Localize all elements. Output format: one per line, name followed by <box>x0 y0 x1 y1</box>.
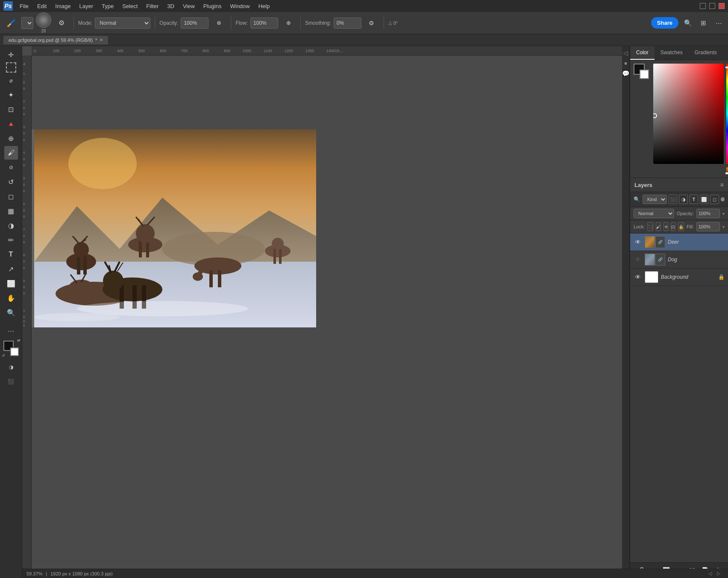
opacity-dropdown-arrow[interactable]: ▾ <box>722 211 725 216</box>
menu-type[interactable]: Type <box>98 2 117 10</box>
crop-tool[interactable]: ⊡ <box>4 102 18 116</box>
layer-opacity-input[interactable] <box>696 209 720 218</box>
brush-preview[interactable]: 26 <box>36 12 51 33</box>
brush-settings-button[interactable]: ⚙ <box>54 15 69 31</box>
blend-mode-select[interactable]: Normal <box>95 18 150 29</box>
flow-input[interactable] <box>250 18 278 29</box>
history-brush-tool[interactable]: ↺ <box>4 175 18 189</box>
search-button[interactable]: 🔍 <box>682 17 694 29</box>
filter-pixel-button[interactable]: ⬛ <box>669 195 677 204</box>
layers-panel-menu-icon[interactable]: ≡ <box>720 181 724 188</box>
chat-icon[interactable]: 💬 <box>622 70 629 77</box>
menu-image[interactable]: Image <box>52 2 74 10</box>
layer-visibility-background[interactable]: 👁 <box>634 273 642 281</box>
color-swatch-pair[interactable]: ⇄ ↺ <box>3 341 19 356</box>
opacity-input[interactable] <box>181 18 208 29</box>
eyedropper-tool[interactable]: 🔺 <box>4 117 18 131</box>
menu-view[interactable]: View <box>179 2 198 10</box>
lock-image-button[interactable]: 🖌 <box>656 222 661 231</box>
background-color[interactable] <box>10 347 19 356</box>
lock-all-button[interactable]: 🔒 <box>678 222 684 231</box>
svg-rect-69 <box>209 270 213 287</box>
status-next-button[interactable]: ▷ <box>717 570 724 577</box>
lasso-tool[interactable]: ⌀ <box>4 73 18 87</box>
color-picker-gradient[interactable] <box>653 64 724 164</box>
divider-1 <box>73 17 74 29</box>
path-select-tool[interactable]: ↗ <box>4 262 18 276</box>
spot-heal-tool[interactable]: ⊕ <box>4 131 18 145</box>
pressure-opacity-button[interactable]: ⊕ <box>211 15 226 31</box>
layer-fill-input[interactable] <box>696 222 720 231</box>
brush-tool[interactable]: 🖌 <box>4 146 18 160</box>
layer-blend-select[interactable]: Normal <box>634 209 674 218</box>
menu-edit[interactable]: Edit <box>34 2 50 10</box>
screen-mode-toggle[interactable]: ⬛ <box>4 375 18 388</box>
close-button[interactable] <box>719 3 725 9</box>
pen-tool[interactable]: ✏ <box>4 233 18 247</box>
default-colors-icon[interactable]: ↺ <box>2 353 5 358</box>
tab-patterns[interactable]: Patterns <box>723 46 728 60</box>
tab-swatches[interactable]: Swatches <box>655 46 689 60</box>
arrange-button[interactable]: ⊞ <box>697 17 709 29</box>
layer-visibility-deer[interactable]: 👁 <box>634 238 642 246</box>
smoothing-input[interactable] <box>334 18 361 29</box>
tab-gradients[interactable]: Gradients <box>689 46 723 60</box>
filter-shape-button[interactable]: ⬜ <box>700 195 708 204</box>
menu-plugins[interactable]: Plugins <box>200 2 225 10</box>
menu-3d[interactable]: 3D <box>164 2 178 10</box>
menu-select[interactable]: Select <box>119 2 141 10</box>
filter-adjustment-button[interactable]: ◑ <box>679 195 687 204</box>
panel-toggle-button[interactable]: ◁ <box>623 50 628 56</box>
layer-item-dog[interactable]: 👁 🔗 Dog <box>630 251 728 269</box>
menu-help[interactable]: Help <box>255 2 273 10</box>
swap-colors-icon[interactable]: ⇄ <box>17 338 21 342</box>
color-section: Color Swatches Gradients Patterns ≡ <box>630 46 728 178</box>
background-swatch[interactable] <box>640 70 649 79</box>
document-tab[interactable]: edu.gcfglobal.org.psd @ 59.4% (RGB/8) * … <box>3 36 108 44</box>
eraser-tool[interactable]: ◻ <box>4 190 18 203</box>
fill-dropdown-arrow[interactable]: ▾ <box>722 225 725 229</box>
layer-filter-select[interactable]: Kind <box>643 195 667 204</box>
lock-position-button[interactable]: ✛ <box>663 222 668 231</box>
more-tools[interactable]: … <box>4 323 18 336</box>
canvas-image[interactable] <box>34 129 316 327</box>
shape-tool[interactable]: ⬜ <box>4 277 18 290</box>
flow-label: Flow: <box>235 20 248 26</box>
filter-smart-button[interactable]: ◻ <box>710 195 719 204</box>
marquee-tool[interactable] <box>6 62 16 73</box>
canvas-document[interactable] <box>32 55 622 569</box>
more-button[interactable]: ⋯ <box>713 17 725 29</box>
foreground-info-icon[interactable]: ■ <box>624 61 627 66</box>
share-button[interactable]: Share <box>651 17 678 29</box>
menu-window[interactable]: Window <box>226 2 253 10</box>
filter-type-button[interactable]: T <box>690 195 698 204</box>
tab-color[interactable]: Color <box>630 46 655 60</box>
lock-pixels-button[interactable]: ⬛ <box>647 222 653 231</box>
gradient-tool[interactable]: ▦ <box>4 204 18 218</box>
brush-tool-button[interactable]: 🖌️ <box>3 15 19 31</box>
menu-file[interactable]: File <box>16 2 32 10</box>
hand-tool[interactable]: ✋ <box>4 291 18 305</box>
tab-close-button[interactable]: ✕ <box>100 38 103 42</box>
quick-mask-toggle[interactable]: ◑ <box>4 360 18 374</box>
smoothing-settings-button[interactable]: ⚙ <box>364 15 379 31</box>
minimize-button[interactable] <box>700 3 706 9</box>
menu-layer[interactable]: Layer <box>76 2 97 10</box>
stamp-tool[interactable]: ⊘ <box>4 161 18 174</box>
maximize-button[interactable] <box>709 3 715 9</box>
text-tool[interactable]: T <box>4 248 18 261</box>
layer-visibility-dog[interactable]: 👁 <box>634 255 642 264</box>
magic-wand-tool[interactable]: ✦ <box>4 88 18 102</box>
layer-item-deer[interactable]: 👁 🔗 Deer <box>630 234 728 251</box>
menu-filter[interactable]: Filter <box>143 2 162 10</box>
move-tool[interactable]: ✛ <box>4 48 18 61</box>
brush-preset-picker[interactable] <box>21 17 33 29</box>
hue-strip[interactable] <box>726 64 728 164</box>
dodge-tool[interactable]: ◑ <box>4 219 18 232</box>
alpha-strip[interactable] <box>726 167 728 174</box>
lock-artboard-button[interactable]: ⊡ <box>671 222 675 231</box>
zoom-tool[interactable]: 🔍 <box>4 306 18 319</box>
status-prev-button[interactable]: ◁ <box>708 570 715 577</box>
pressure-flow-button[interactable]: ⊕ <box>281 15 296 31</box>
layer-item-background[interactable]: 👁 Background 🔒 <box>630 269 728 286</box>
